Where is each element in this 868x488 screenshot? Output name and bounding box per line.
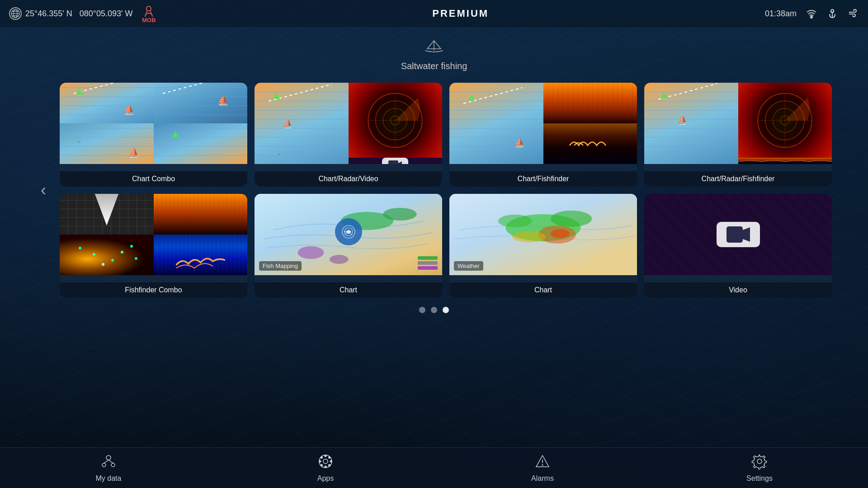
weather-overlay-label: Weather xyxy=(454,261,483,271)
grid-container: ‹ ⛵ ⚓ xyxy=(0,83,868,298)
main-content: Saltwater fishing ‹ ⛵ xyxy=(0,27,868,447)
nav-item-my-data[interactable]: My data xyxy=(81,453,136,483)
video-camera-icon xyxy=(717,222,760,247)
svg-point-34 xyxy=(498,215,532,227)
dot-2[interactable] xyxy=(431,307,437,313)
svg-point-5 xyxy=(146,6,151,11)
nav-item-settings[interactable]: Settings xyxy=(732,453,787,483)
card-chart-fishfinder-label: Chart/Fishfinder xyxy=(449,171,637,187)
card-fishfinder-combo-label: Fishfinder Combo xyxy=(60,282,247,298)
mob-button[interactable]: MOB xyxy=(142,4,156,23)
card-chart-radar-video[interactable]: ⛵ ⚓ xyxy=(255,83,442,187)
page-title: Saltwater fishing xyxy=(401,61,467,71)
page-header: Saltwater fishing xyxy=(401,36,467,71)
svg-line-43 xyxy=(104,460,108,463)
card-fish-mapping[interactable]: Fish Mapping Chart xyxy=(255,194,442,298)
svg-point-51 xyxy=(321,456,323,459)
card-video-label: Video xyxy=(644,282,832,298)
card-video-image xyxy=(644,194,832,275)
premium-badge: PREMIUM xyxy=(432,8,489,19)
mob-label: MOB xyxy=(142,17,156,23)
wind-icon xyxy=(847,8,859,19)
svg-point-26 xyxy=(383,208,417,221)
card-chart-combo-image: ⛵ ⚓ ⛵ ⛵ xyxy=(60,83,247,164)
prev-arrow[interactable]: ‹ xyxy=(36,176,51,204)
dot-1[interactable] xyxy=(419,307,425,313)
signal-icon xyxy=(806,8,817,19)
svg-point-56 xyxy=(542,465,543,466)
card-chart-combo[interactable]: ⛵ ⚓ ⛵ ⛵ xyxy=(60,83,247,187)
card-weather-image: Weather xyxy=(449,194,637,275)
card-chart-radar-video-label: Chart/Radar/Video xyxy=(255,171,442,187)
svg-point-40 xyxy=(106,455,111,460)
card-fish-mapping-label: Chart xyxy=(255,282,442,298)
gps-coordinates: 25°46.355' N 080°05.093' W xyxy=(9,7,132,20)
svg-point-27 xyxy=(297,246,324,259)
card-chart-fishfinder[interactable]: ⛵ xyxy=(449,83,637,187)
time-display: 01:38am xyxy=(765,9,797,19)
nav-item-apps[interactable]: Apps xyxy=(298,453,353,483)
alarms-icon xyxy=(534,453,551,472)
status-text: PREMIUM xyxy=(432,8,489,19)
svg-point-52 xyxy=(328,464,330,466)
svg-point-42 xyxy=(111,463,115,467)
svg-point-47 xyxy=(325,455,327,457)
svg-point-46 xyxy=(323,459,328,464)
anchor-icon xyxy=(826,8,838,19)
svg-point-50 xyxy=(330,460,332,463)
topbar-right: 01:38am xyxy=(765,8,859,19)
svg-point-41 xyxy=(102,463,106,467)
globe-icon xyxy=(9,7,22,20)
svg-point-53 xyxy=(328,456,330,459)
card-weather-label: Chart xyxy=(449,282,637,298)
svg-point-54 xyxy=(321,464,323,466)
settings-icon xyxy=(751,453,768,472)
bottom-nav: My data Apps xyxy=(0,447,868,488)
card-fish-mapping-image: Fish Mapping xyxy=(255,194,442,275)
pagination xyxy=(419,307,449,313)
saltwater-icon xyxy=(423,36,445,58)
card-fishfinder-combo-image xyxy=(60,194,247,275)
svg-line-44 xyxy=(108,460,113,463)
fish-mapping-overlay-label: Fish Mapping xyxy=(259,261,302,271)
card-chart-radar-fishfinder[interactable]: ⛵ xyxy=(644,83,832,187)
card-fishfinder-combo[interactable]: Fishfinder Combo xyxy=(60,194,247,298)
svg-point-28 xyxy=(330,255,349,264)
topbar: 25°46.355' N 080°05.093' W MOB PREMIUM 0… xyxy=(0,0,868,27)
svg-point-57 xyxy=(757,459,762,464)
nav-my-data-label: My data xyxy=(96,474,122,483)
card-chart-radar-fishfinder-image: ⛵ xyxy=(644,83,832,164)
svg-point-36 xyxy=(551,229,570,238)
latitude: 25°46.355' N xyxy=(25,9,72,19)
card-chart-combo-label: Chart Combo xyxy=(60,171,247,187)
svg-point-37 xyxy=(512,231,546,242)
svg-rect-38 xyxy=(726,226,743,243)
card-chart-radar-fishfinder-label: Chart/Radar/Fishfinder xyxy=(644,171,832,187)
my-data-icon xyxy=(100,453,117,472)
nav-apps-label: Apps xyxy=(317,474,334,483)
nav-item-alarms[interactable]: Alarms xyxy=(515,453,570,483)
apps-icon xyxy=(317,453,334,472)
card-video[interactable]: Video xyxy=(644,194,832,298)
svg-marker-39 xyxy=(743,227,750,242)
card-chart-fishfinder-image: ⛵ xyxy=(449,83,637,164)
longitude: 080°05.093' W xyxy=(80,9,133,19)
svg-rect-17 xyxy=(388,160,398,164)
nav-settings-label: Settings xyxy=(746,474,773,483)
svg-point-33 xyxy=(551,211,592,227)
app-grid: ⛵ ⚓ ⛵ ⛵ xyxy=(60,83,832,298)
card-chart-radar-video-image: ⛵ ⚓ xyxy=(255,83,442,164)
nav-alarms-label: Alarms xyxy=(531,474,554,483)
svg-point-48 xyxy=(325,466,327,468)
svg-marker-18 xyxy=(398,161,402,164)
topbar-left: 25°46.355' N 080°05.093' W MOB xyxy=(9,4,156,23)
card-weather[interactable]: Weather Chart xyxy=(449,194,637,298)
dot-3[interactable] xyxy=(443,307,449,313)
svg-point-49 xyxy=(319,460,321,463)
svg-point-6 xyxy=(811,16,812,18)
